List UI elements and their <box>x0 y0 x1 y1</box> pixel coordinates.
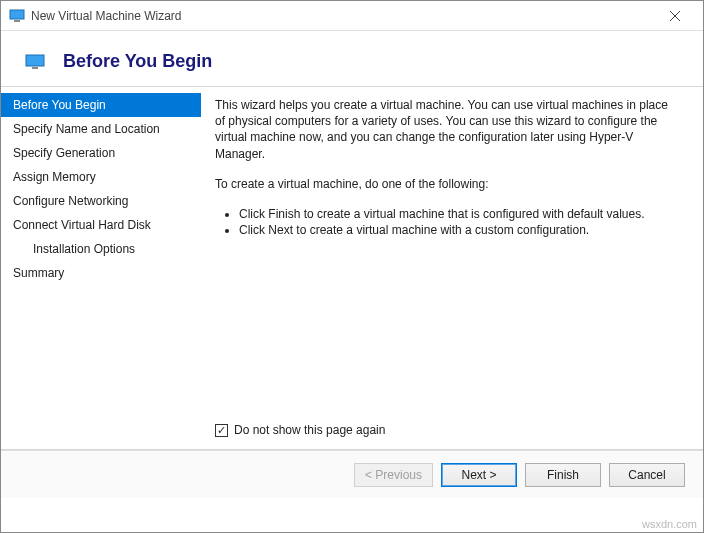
wizard-window: New Virtual Machine Wizard Before You Be… <box>0 0 704 533</box>
previous-button: < Previous <box>354 463 433 487</box>
instruction-text: To create a virtual machine, do one of t… <box>215 176 681 192</box>
sidebar-step-3[interactable]: Assign Memory <box>1 165 201 189</box>
page-title: Before You Begin <box>63 51 212 72</box>
cancel-button[interactable]: Cancel <box>609 463 685 487</box>
svg-rect-5 <box>32 67 38 69</box>
close-button[interactable] <box>655 2 695 30</box>
app-icon <box>9 8 25 24</box>
svg-rect-4 <box>26 55 44 66</box>
instruction-list: Click Finish to create a virtual machine… <box>215 206 681 238</box>
header-icon <box>25 54 45 70</box>
sidebar-step-2[interactable]: Specify Generation <box>1 141 201 165</box>
sidebar-step-4[interactable]: Configure Networking <box>1 189 201 213</box>
bullet-1: Click Next to create a virtual machine w… <box>239 222 681 238</box>
svg-rect-0 <box>10 10 24 19</box>
wizard-body: Before You BeginSpecify Name and Locatio… <box>1 87 703 449</box>
sidebar-step-7[interactable]: Summary <box>1 261 201 285</box>
sidebar-step-0[interactable]: Before You Begin <box>1 93 201 117</box>
step-sidebar: Before You BeginSpecify Name and Locatio… <box>1 87 201 449</box>
svg-rect-1 <box>14 20 20 22</box>
intro-text: This wizard helps you create a virtual m… <box>215 97 681 162</box>
do-not-show-label: Do not show this page again <box>234 423 385 437</box>
do-not-show-checkbox[interactable]: ✓ <box>215 424 228 437</box>
window-title: New Virtual Machine Wizard <box>31 9 655 23</box>
sidebar-step-5[interactable]: Connect Virtual Hard Disk <box>1 213 201 237</box>
do-not-show-row[interactable]: ✓ Do not show this page again <box>215 423 385 437</box>
wizard-footer: < Previous Next > Finish Cancel <box>1 450 703 498</box>
sidebar-step-1[interactable]: Specify Name and Location <box>1 117 201 141</box>
wizard-header: Before You Begin <box>1 31 703 86</box>
sidebar-step-6[interactable]: Installation Options <box>1 237 201 261</box>
content-area: This wizard helps you create a virtual m… <box>201 87 703 449</box>
titlebar: New Virtual Machine Wizard <box>1 1 703 31</box>
finish-button[interactable]: Finish <box>525 463 601 487</box>
close-icon <box>670 11 680 21</box>
next-button[interactable]: Next > <box>441 463 517 487</box>
watermark: wsxdn.com <box>642 518 697 530</box>
bullet-0: Click Finish to create a virtual machine… <box>239 206 681 222</box>
